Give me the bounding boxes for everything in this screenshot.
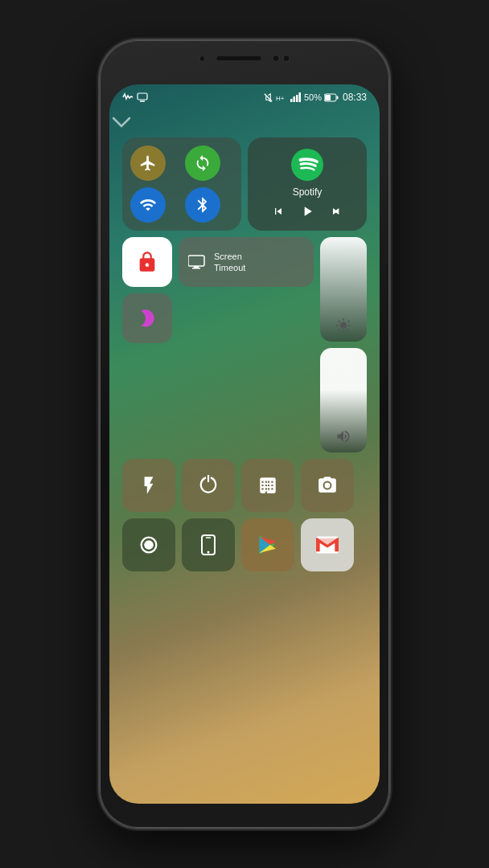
status-left [122, 92, 148, 103]
spotify-label: Spotify [293, 186, 323, 198]
camera-icon [317, 475, 338, 496]
torch-icon [138, 475, 159, 496]
phone-screen: H+ 50% 08:33 [109, 84, 380, 804]
sliders-area [320, 237, 367, 452]
camera-1 [273, 55, 280, 62]
camera-2 [283, 55, 290, 62]
svg-rect-14 [192, 268, 200, 269]
activity-icon [122, 92, 134, 103]
play-btn[interactable] [299, 203, 315, 219]
wifi-btn[interactable] [130, 187, 166, 223]
spotify-controls[interactable] [270, 203, 344, 219]
svg-point-19 [208, 551, 210, 554]
prev-btn[interactable] [270, 205, 286, 218]
moon-icon [137, 308, 158, 329]
phone-outer: H+ 50% 08:33 [100, 40, 389, 828]
svg-rect-5 [293, 96, 295, 102]
gmail-icon [316, 536, 339, 554]
screen-timeout-label: ScreenTimeout [214, 251, 245, 274]
svg-rect-9 [325, 95, 331, 100]
svg-rect-0 [138, 93, 147, 100]
status-bar: H+ 50% 08:33 [109, 84, 380, 107]
signal-icon: H+ [276, 92, 288, 102]
play-store-btn[interactable] [241, 518, 294, 571]
svg-rect-12 [188, 256, 204, 266]
bluetooth-icon [194, 196, 212, 214]
bottom-row-2 [122, 518, 367, 571]
svg-point-15 [325, 483, 331, 489]
svg-rect-4 [290, 99, 293, 102]
top-grid: Spotify [122, 137, 367, 231]
spotify-logo [291, 149, 323, 181]
timer-icon [198, 475, 219, 496]
svg-rect-10 [336, 96, 338, 99]
front-camera [199, 55, 206, 62]
chevron-indicator[interactable] [109, 107, 380, 133]
spotify-panel: Spotify [248, 137, 367, 231]
volume-slider[interactable] [320, 348, 367, 452]
svg-rect-13 [194, 266, 199, 268]
svg-rect-7 [298, 92, 301, 102]
play-store-icon [257, 534, 279, 556]
chevron-down-icon [109, 115, 134, 129]
next-btn[interactable] [328, 205, 344, 218]
airplane-icon [139, 154, 157, 172]
left-icons-col [122, 237, 172, 452]
screen-record-btn[interactable] [122, 518, 175, 571]
volume-icon [335, 428, 351, 444]
status-time: 08:33 [343, 92, 367, 103]
status-right: H+ 50% 08:33 [263, 92, 367, 103]
do-not-disturb-btn[interactable] [122, 293, 172, 343]
mobile-btn[interactable] [182, 518, 235, 571]
brightness-icon [335, 317, 351, 334]
rotation-btn[interactable] [185, 145, 220, 181]
control-center: Spotify [109, 133, 380, 586]
gmail-btn[interactable] [301, 518, 354, 571]
screen-timeout-btn[interactable]: ScreenTimeout [179, 237, 314, 287]
screen-timeout-icon [188, 255, 208, 269]
mute-icon [263, 92, 273, 103]
screen-lock-btn[interactable] [122, 237, 172, 287]
battery-percent: 50% [304, 92, 322, 102]
wifi-icon [139, 196, 157, 214]
airplane-mode-btn[interactable] [130, 145, 166, 181]
svg-point-17 [144, 540, 154, 550]
lock-rotation-icon [136, 251, 158, 273]
timer-btn[interactable] [182, 459, 235, 512]
middle-controls: ScreenTimeout [122, 237, 367, 452]
screen-record-icon [137, 92, 148, 103]
camera-btn[interactable] [301, 459, 354, 512]
svg-text:H+: H+ [276, 95, 285, 102]
cell-signal-icon [290, 92, 302, 102]
battery-icon [324, 93, 339, 102]
torch-btn[interactable] [122, 459, 175, 512]
svg-rect-6 [296, 95, 298, 102]
calculator-icon [257, 475, 278, 496]
rotation-icon [194, 154, 212, 172]
brightness-slider[interactable] [320, 237, 367, 342]
quick-toggles-panel [122, 137, 241, 231]
screen-record-icon [138, 534, 160, 556]
calculator-btn[interactable] [241, 459, 294, 512]
mobile-icon [199, 534, 218, 555]
bottom-row-1 [122, 459, 367, 512]
speaker [217, 56, 261, 60]
bluetooth-btn[interactable] [185, 187, 220, 223]
